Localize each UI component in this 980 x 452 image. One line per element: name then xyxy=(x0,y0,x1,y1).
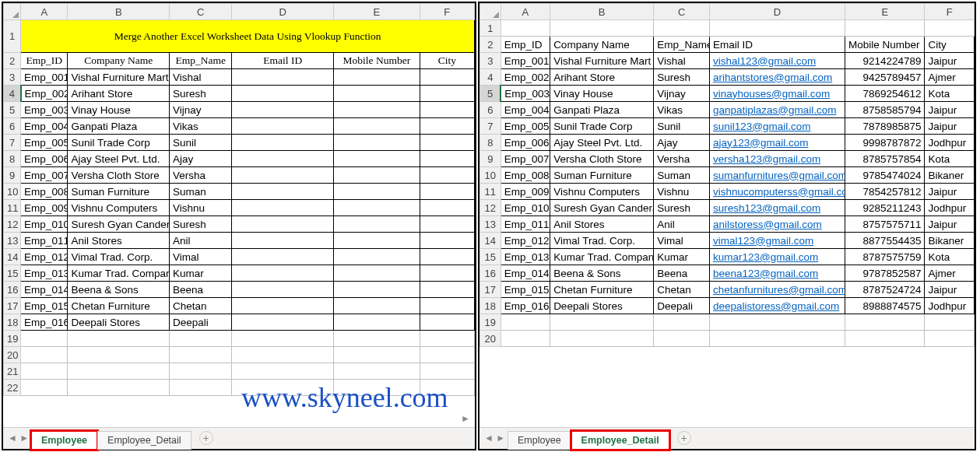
cell[interactable] xyxy=(232,298,334,314)
cell[interactable]: Arihant Store xyxy=(68,86,170,102)
cell[interactable]: Emp_010 xyxy=(501,200,550,216)
cell[interactable]: Vikas xyxy=(170,118,232,135)
table-header-cell[interactable]: Emp_ID xyxy=(501,37,550,53)
cell[interactable]: arihantstores@gmail.com xyxy=(709,69,845,86)
cell[interactable]: Deepali xyxy=(654,298,710,314)
cell[interactable] xyxy=(420,380,474,396)
select-all-corner[interactable] xyxy=(4,4,21,20)
row-header[interactable]: 18 xyxy=(480,298,501,314)
cell[interactable]: Bikaner xyxy=(925,167,975,184)
cell[interactable]: Emp_016 xyxy=(21,314,68,331)
cell[interactable] xyxy=(232,86,334,102)
tab-nav-icon[interactable]: ◄ ► xyxy=(484,433,505,443)
table-header-cell[interactable]: Company Name xyxy=(550,37,654,53)
cell[interactable]: Deepali Stores xyxy=(68,314,170,331)
row-header[interactable]: 9 xyxy=(4,167,21,184)
row-header[interactable]: 1 xyxy=(480,20,501,37)
sheet-tab[interactable]: Employee_Detail xyxy=(97,431,191,450)
row-header[interactable]: 6 xyxy=(4,118,21,135)
cell[interactable]: Emp_004 xyxy=(501,102,550,118)
cell[interactable]: vishnucomputerss@gmail.com xyxy=(709,184,845,200)
cell[interactable]: Anil xyxy=(170,233,232,249)
cell[interactable]: Chetan Furniture xyxy=(550,282,654,298)
cell[interactable]: Emp_013 xyxy=(501,249,550,265)
cell[interactable] xyxy=(845,314,925,331)
cell[interactable]: Vishnu Computers xyxy=(550,184,654,200)
cell[interactable]: 7854257812 xyxy=(845,184,925,200)
email-link[interactable]: sunil123@gmail.com xyxy=(713,121,811,132)
cell[interactable]: 9285211243 xyxy=(845,200,925,216)
cell[interactable] xyxy=(420,184,474,200)
cell[interactable]: 7869254612 xyxy=(845,86,925,102)
cell[interactable]: Vishnu Computers xyxy=(68,200,170,216)
cell[interactable] xyxy=(550,314,654,331)
cell[interactable] xyxy=(334,102,420,118)
cell[interactable] xyxy=(334,200,420,216)
cell[interactable]: Ajay xyxy=(654,135,710,151)
row-header[interactable]: 3 xyxy=(480,53,501,69)
cell[interactable]: Jaipur xyxy=(925,216,975,233)
cell[interactable]: versha123@gmail.com xyxy=(709,151,845,167)
cell[interactable]: Kota xyxy=(925,249,975,265)
cell[interactable]: Vishal xyxy=(654,53,710,69)
cell[interactable]: Vimal xyxy=(170,249,232,265)
table-header-cell[interactable]: Emp_Name xyxy=(170,53,232,69)
cell[interactable] xyxy=(232,249,334,265)
cell[interactable] xyxy=(334,380,420,396)
email-link[interactable]: suresh123@gmail.com xyxy=(713,202,820,214)
email-link[interactable]: versha123@gmail.com xyxy=(713,153,820,165)
cell[interactable]: Emp_014 xyxy=(501,265,550,282)
select-all-corner[interactable] xyxy=(480,4,501,20)
cell[interactable]: ajay123@gmail.com xyxy=(709,135,845,151)
cell[interactable]: Emp_014 xyxy=(21,282,68,298)
cell[interactable] xyxy=(21,363,68,380)
cell[interactable] xyxy=(232,282,334,298)
row-header[interactable]: 19 xyxy=(4,331,21,347)
cell[interactable] xyxy=(334,298,420,314)
column-header[interactable]: B xyxy=(550,4,654,20)
column-header[interactable]: B xyxy=(68,4,170,20)
cell[interactable] xyxy=(334,249,420,265)
cell[interactable]: deepalistoress@gmail.com xyxy=(709,298,845,314)
cell[interactable]: Suresh xyxy=(170,86,232,102)
column-header[interactable]: A xyxy=(21,4,68,20)
cell[interactable]: Vishnu xyxy=(170,200,232,216)
cell[interactable]: Versha Cloth Store xyxy=(68,167,170,184)
cell[interactable]: Vimal Trad. Corp. xyxy=(550,233,654,249)
cell[interactable]: beena123@gmail.com xyxy=(709,265,845,282)
cell[interactable] xyxy=(420,282,474,298)
cell[interactable]: vishal123@gmail.com xyxy=(709,53,845,69)
cell[interactable]: Jaipur xyxy=(925,184,975,200)
cell[interactable] xyxy=(420,167,474,184)
cell[interactable]: Versha xyxy=(654,151,710,167)
cell[interactable]: Sunil xyxy=(654,118,710,135)
table-header-cell[interactable]: Email ID xyxy=(232,53,334,69)
cell[interactable]: 9785474024 xyxy=(845,167,925,184)
cell[interactable] xyxy=(420,102,474,118)
cell[interactable]: 9787852587 xyxy=(845,265,925,282)
cell[interactable] xyxy=(334,86,420,102)
cell[interactable]: Vijnay xyxy=(654,86,710,102)
table-header-cell[interactable]: Emp_ID xyxy=(21,53,68,69)
cell[interactable]: kumar123@gmail.com xyxy=(709,249,845,265)
cell[interactable] xyxy=(232,314,334,331)
row-header[interactable]: 8 xyxy=(4,151,21,167)
cell[interactable]: Arihant Store xyxy=(550,69,654,86)
row-header[interactable]: 11 xyxy=(4,200,21,216)
cell[interactable]: Ganpati Plaza xyxy=(550,102,654,118)
cell[interactable]: Jodhpur xyxy=(925,298,975,314)
table-header-cell[interactable]: Company Name xyxy=(68,53,170,69)
cell[interactable]: Versha xyxy=(170,167,232,184)
cell[interactable] xyxy=(420,151,474,167)
email-link[interactable]: vishnucomputerss@gmail.com xyxy=(713,186,845,198)
cell[interactable] xyxy=(925,20,975,37)
row-header[interactable]: 13 xyxy=(4,233,21,249)
cell[interactable] xyxy=(420,118,474,135)
cell[interactable] xyxy=(170,331,232,347)
grid-right[interactable]: ABCDEF12Emp_IDCompany NameEmp_NameEmail … xyxy=(479,3,975,427)
row-header[interactable]: 12 xyxy=(480,200,501,216)
cell[interactable] xyxy=(334,347,420,363)
cell[interactable] xyxy=(232,69,334,86)
cell[interactable] xyxy=(232,347,334,363)
email-link[interactable]: sumanfurnitures@gmail.com xyxy=(713,170,845,181)
